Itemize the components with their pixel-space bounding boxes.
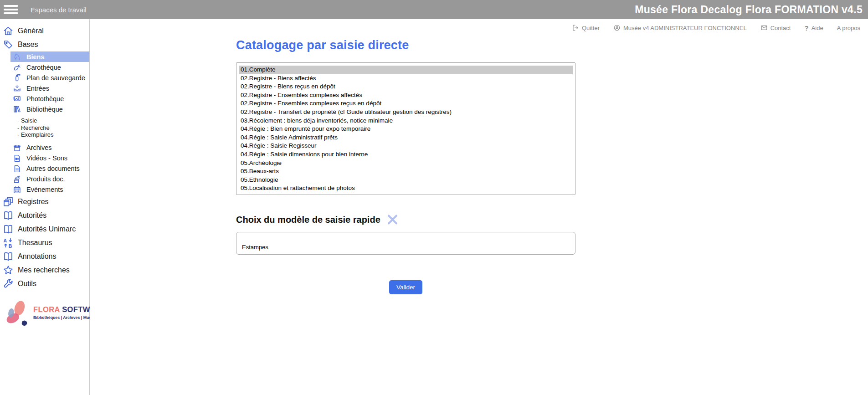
fire-extinguisher-icon <box>13 73 21 82</box>
sidebar-item-entrees[interactable]: Entrées <box>10 83 89 93</box>
model-option[interactable]: 03.Récolement : biens déja inventoriés, … <box>236 117 575 125</box>
sidebar-item-label: Autorités <box>18 211 46 220</box>
sidebar-item-biens[interactable]: ♘Biens <box>10 51 89 62</box>
valider-button[interactable]: Valider <box>389 280 422 294</box>
app-window: Espaces de travail Musée Flora Decalog F… <box>0 0 868 395</box>
sidebar-item-label: Photothèque <box>26 95 64 103</box>
question-mark-icon: ? <box>804 24 808 32</box>
model-listbox[interactable]: 01.Complète02.Registre - Biens affectés0… <box>236 62 575 195</box>
sort-alpha-icon: AB <box>3 237 14 248</box>
sidebar-item-evenements[interactable]: Evènements <box>10 185 89 195</box>
workspace-label: Espaces de travail <box>31 6 87 14</box>
sidebar-item-label: Mes recherches <box>18 266 70 274</box>
sidebar-item-annotations[interactable]: Annotations <box>0 250 89 263</box>
model-option[interactable]: 05.Archéologie <box>236 159 575 168</box>
calendar-icon <box>13 185 21 194</box>
sidebar-item-phototheque[interactable]: Photothèque <box>10 93 89 104</box>
model-option[interactable]: 04.Régie : Bien emprunté pour expo tempo… <box>236 125 575 133</box>
hamburger-menu-icon[interactable] <box>4 5 18 14</box>
sidebar-item-autorites-unimarc[interactable]: Autorités Unimarc <box>0 222 89 236</box>
sidebar-item-saisie[interactable]: - Saisie <box>0 117 89 124</box>
model-option[interactable]: 05.Ethnologie <box>236 176 575 185</box>
model-option[interactable]: 01.Complète <box>239 66 573 74</box>
sidebar-item-carotheque[interactable]: Carothèque <box>10 62 89 72</box>
sidebar-item-label: Bibliothèque <box>26 106 63 113</box>
model-option[interactable]: 02.Registre - Biens reçus en dépôt <box>236 82 575 91</box>
sidebar-item-label: Bases <box>18 41 38 49</box>
sidebar-item-label: Vidéos - Sons <box>26 154 67 162</box>
sidebar-item-label: Autres documents <box>26 165 80 172</box>
chess-knight-icon: ♘ <box>13 52 21 61</box>
svg-text:A: A <box>4 238 7 243</box>
sidebar-item-mes-recherches[interactable]: Mes recherches <box>0 263 89 277</box>
aide-link[interactable]: ? Aide <box>804 24 823 32</box>
sidebar-item-exemplaires[interactable]: - Exemplaires <box>0 131 89 139</box>
core-sample-icon <box>13 63 21 72</box>
mail-icon <box>760 24 768 31</box>
wrench-icon <box>3 278 14 289</box>
model-option[interactable]: 04.Régie : Saisie dimensions pour bien i… <box>236 150 575 159</box>
sidebar-item-outils[interactable]: Outils <box>0 277 89 291</box>
home-icon <box>3 26 14 36</box>
clear-x-icon[interactable] <box>386 214 399 226</box>
sidebar-item-label: - Saisie <box>17 117 37 124</box>
content-area: Catalogage par saisie directe 01.Complèt… <box>90 36 591 294</box>
video-file-icon <box>13 154 21 163</box>
sidebar: GénéralBases♘BiensCarothèquePlan de sauv… <box>0 19 90 395</box>
sidebar-item-produits-doc[interactable]: Produits doc. <box>10 174 89 185</box>
stack-icon <box>13 175 21 184</box>
sidebar-item-label: Autorités Unimarc <box>18 225 76 233</box>
sidebar-item-label: Plan de sauvegarde <box>26 74 85 82</box>
model-option[interactable]: 02.Registre - Ensembles complexes affect… <box>236 91 575 100</box>
model-option[interactable]: 04.Régie : Saisie Administratif prêts <box>236 133 575 142</box>
sidebar-item-label: Archives <box>26 144 52 151</box>
sidebar-item-autres-documents[interactable]: Autres documents <box>10 164 89 174</box>
quitter-link[interactable]: Quitter <box>572 24 600 31</box>
sidebar-item-label: Carothèque <box>26 64 61 71</box>
sidebar-item-plan-de-sauvegarde[interactable]: Plan de sauvegarde <box>10 72 89 83</box>
sidebar-item-archives[interactable]: Archives <box>10 143 89 153</box>
quick-model-input[interactable]: Estampes <box>236 232 575 255</box>
quick-model-value: Estampes <box>242 244 268 251</box>
sidebar-item-autorites[interactable]: Autorités <box>0 209 89 222</box>
user-account-link[interactable]: Musée v4 ADMINISTRATEUR FONCTIONNEL <box>613 24 747 31</box>
sidebar-item-thesaurus[interactable]: ABThesaurus <box>0 236 89 250</box>
model-option[interactable]: 02.Registre - Biens affectés <box>236 74 575 83</box>
sidebar-item-label: Evènements <box>26 186 63 193</box>
topbar: Espaces de travail Musée Flora Decalog F… <box>0 0 868 19</box>
sidebar-item-label: Registres <box>18 198 49 206</box>
contact-link[interactable]: Contact <box>760 24 791 31</box>
sidebar-item-videos-sons[interactable]: Vidéos - Sons <box>10 153 89 164</box>
sidebar-item-bases[interactable]: Bases <box>0 38 89 51</box>
sidebar-item-label: - Recherche <box>17 124 50 131</box>
model-option[interactable]: 02.Registre - Transfert de propriété (cf… <box>236 108 575 117</box>
books-icon <box>13 105 21 113</box>
model-option[interactable]: 05.Localisation et rattachement de photo… <box>236 184 575 193</box>
page-title: Catalogage par saisie directe <box>236 38 591 52</box>
sidebar-item-label: Thesaurus <box>18 239 52 247</box>
logout-icon <box>572 24 579 31</box>
model-option[interactable]: 04.Régie : Saisie Regisseur <box>236 142 575 150</box>
app-title: Musée Flora Decalog Flora FORMATION v4.5 <box>635 4 864 16</box>
sidebar-item-label: Outils <box>18 280 36 288</box>
model-option[interactable]: 02.Registre - Ensembles complexes reçus … <box>236 99 575 108</box>
sidebar-item-general[interactable]: Général <box>0 24 89 38</box>
svg-text:B: B <box>9 243 12 248</box>
tag-icon <box>3 39 14 50</box>
sidebar-item-label: Général <box>18 27 44 35</box>
sidebar-item-recherche[interactable]: - Recherche <box>0 124 89 132</box>
document-icon <box>13 164 21 173</box>
flora-logo-icon <box>5 298 31 327</box>
windows-stack-icon <box>3 196 14 207</box>
sidebar-item-registres[interactable]: Registres <box>0 195 89 209</box>
apropos-link[interactable]: A propos <box>837 25 860 31</box>
star-icon <box>3 265 14 276</box>
user-circle-icon <box>613 24 621 31</box>
open-book-icon <box>3 210 14 221</box>
model-option[interactable]: 05.Beaux-arts <box>236 167 575 176</box>
sidebar-item-label: Entrées <box>26 85 49 92</box>
utility-bar: Quitter Musée v4 ADMINISTRATEUR FONCTION… <box>90 19 868 36</box>
inbox-download-icon <box>13 84 21 92</box>
sidebar-item-label: Annotations <box>18 252 56 261</box>
sidebar-item-bibliotheque[interactable]: Bibliothèque <box>10 104 89 114</box>
